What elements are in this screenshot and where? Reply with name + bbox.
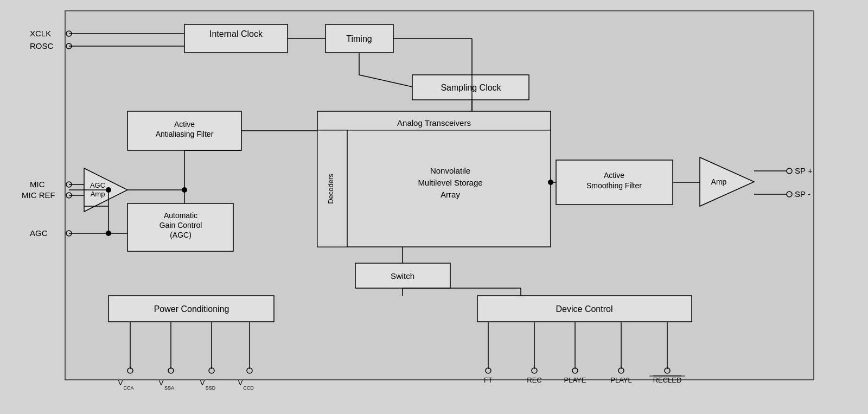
vcca-sub: CCA: [123, 385, 133, 391]
smoothing-label-1: Active: [604, 171, 624, 180]
junction-main-out: [548, 180, 553, 185]
amp-label: Amp: [711, 177, 727, 186]
vccd-text: V: [238, 379, 243, 387]
nonvolatile-label-3: Array: [441, 190, 460, 199]
vcca-text: V: [118, 379, 123, 387]
agc-label-3: (AGC): [170, 231, 192, 239]
antialiasing-label-2: Antialiasing Filter: [156, 130, 214, 138]
micref-text: MIC REF: [22, 190, 55, 200]
agc-text: AGC: [30, 228, 48, 238]
vssd-sub: SSD: [206, 385, 216, 391]
xclk-text: XCLK: [30, 29, 51, 38]
agc-amp-label-2: Amp: [91, 190, 105, 198]
agc-label-2: Gain Control: [159, 221, 202, 230]
sampling-clock-label: Sampling Clock: [441, 83, 501, 92]
agc-label-1: Automatic: [164, 211, 197, 220]
sp-plus-text: SP +: [795, 166, 813, 175]
playe-text: PLAYE: [564, 376, 586, 384]
power-conditioning-label: Power Conditioning: [154, 304, 229, 314]
playl-text: PLAYL: [610, 376, 632, 384]
diagram-container: Internal Clock Timing Sampling Clock Ana…: [0, 0, 868, 414]
timing-label: Timing: [346, 34, 372, 43]
ft-text: FT: [484, 376, 493, 384]
rec-text: REC: [527, 376, 541, 384]
smoothing-label-2: Smoothing Filter: [586, 181, 642, 190]
internal-clock-label: Internal Clock: [209, 29, 263, 39]
vssa-text: V: [159, 379, 164, 387]
rosc-text: ROSC: [30, 41, 54, 50]
nonvolatile-label-1: Nonvolatile: [430, 166, 470, 175]
decoders-label: Decoders: [327, 174, 335, 204]
vssd-text: V: [200, 379, 205, 387]
mic-text: MIC: [30, 180, 45, 189]
switch-label: Switch: [391, 271, 414, 281]
vssa-sub: SSA: [164, 385, 174, 391]
recled-text: RECLED: [653, 376, 682, 384]
nonvolatile-label-2: Multilevel Storage: [418, 178, 482, 187]
internal-clock-block: [184, 24, 288, 53]
agc-amp-label-1: AGC: [90, 181, 105, 189]
vccd-sub: CCD: [243, 385, 254, 391]
device-control-label: Device Control: [556, 304, 613, 314]
antialiasing-label-1: Active: [174, 120, 195, 129]
sp-minus-text: SP -: [795, 189, 810, 199]
analog-transceivers-label: Analog Transceivers: [397, 118, 471, 128]
